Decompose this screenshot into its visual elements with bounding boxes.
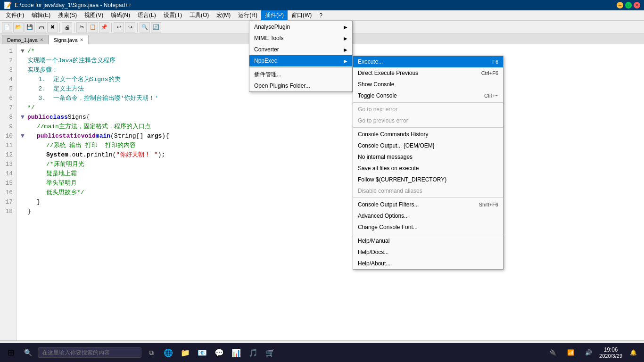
open-button[interactable]: 📂 (13, 22, 24, 33)
nppexec-help-about[interactable]: Help/About... (353, 258, 503, 269)
print-button[interactable]: 🖨 (62, 22, 72, 33)
fold-5 (21, 85, 27, 92)
plugin-menu-mgr[interactable]: 插件管理... (249, 69, 352, 80)
nppexec-no-internal-label: No internal messages (358, 154, 498, 160)
menu-settings[interactable]: 设置(T) (160, 10, 186, 20)
close-button[interactable]: ✕ (634, 2, 640, 8)
taskbar-app5-icon[interactable]: 🛒 (263, 346, 277, 360)
plugin-menu-converter[interactable]: Converter ▶ (249, 44, 352, 55)
nppexec-sep3 (353, 197, 503, 198)
nppexec-disable-alias: Disable command aliases (353, 185, 503, 197)
taskbar-app4-icon[interactable]: 🎵 (246, 346, 260, 360)
nppexec-show-console-label: Show Console (358, 81, 498, 88)
nppexec-output-filters[interactable]: Console Output Filters... Shift+F6 (353, 199, 503, 210)
start-button[interactable]: ⊞ (4, 346, 18, 360)
menu-file[interactable]: 文件(F) (2, 10, 28, 20)
clock[interactable]: 19:06 2020/3/29 (599, 346, 622, 359)
nppexec-show-console[interactable]: Show Console (353, 79, 503, 90)
notification-icon[interactable]: 🔔 (626, 346, 640, 360)
menu-run[interactable]: 运行(R) (234, 10, 261, 20)
nppexec-adv-options[interactable]: Advanced Options... (353, 210, 503, 222)
nppexec-toggle-console[interactable]: Toggle Console Ctrl+~ (353, 90, 503, 101)
nppexec-help-manual-label: Help/Manual (358, 238, 498, 244)
nppexec-menu[interactable]: Execute... F6 Direct Execute Previous Ct… (353, 56, 504, 270)
fold-11 (21, 142, 27, 149)
plugin-menu-open[interactable]: Open Plugins Folder... (249, 80, 352, 91)
menu-macro[interactable]: 宏(M) (213, 10, 234, 20)
tab-signs-close[interactable]: ✕ (80, 37, 83, 42)
plugin-menu-mime[interactable]: MIME Tools ▶ (249, 33, 352, 44)
tab-demo1-close[interactable]: ✕ (40, 37, 43, 42)
code-line-12: System.out.println("你好天朝！ "); (21, 150, 640, 159)
titlebar-left: 📝 E:\code for java\day_1\Signs.java - No… (4, 1, 132, 9)
nppexec-no-internal[interactable]: No internal messages (353, 151, 503, 163)
plugin-menu-nppexec-label: NppExec (254, 58, 344, 64)
taskbar-edge-icon[interactable]: 🌐 (161, 346, 175, 360)
line-num-15: 15 (4, 178, 13, 188)
menu-window[interactable]: 窗口(W) (288, 10, 315, 20)
plugin-menu-mime-arrow: ▶ (344, 36, 347, 41)
tab-demo1[interactable]: Demo_1.java ✕ (2, 35, 49, 44)
new-button[interactable]: 📄 (2, 22, 12, 33)
taskbar-app2-icon[interactable]: 💬 (212, 346, 226, 360)
nppexec-save-all[interactable]: Save all files on execute (353, 163, 503, 174)
save-all-button[interactable]: 🗃 (36, 22, 46, 33)
fold-2 (21, 57, 27, 64)
tab-signs[interactable]: Signs.java ✕ (49, 35, 89, 44)
menu-plugin[interactable]: 插件(P) (261, 10, 288, 20)
toolbar-sep-1 (59, 23, 60, 32)
taskbar-app3-icon[interactable]: 📊 (229, 346, 243, 360)
undo-button[interactable]: ↩ (114, 22, 124, 33)
nppexec-sep4 (353, 234, 503, 234)
nppexec-change-font[interactable]: Change Console Font... (353, 222, 503, 233)
volume-icon[interactable]: 🔊 (581, 346, 595, 360)
plugin-menu-analyse[interactable]: AnalysePlugin ▶ (249, 21, 352, 33)
code-line-6: 3. 一条命令，控制台输出喽'你好天朝！' (21, 93, 640, 103)
menu-search[interactable]: 搜索(S) (54, 10, 81, 20)
network-icon[interactable]: 📶 (563, 346, 578, 360)
taskbar-search[interactable] (38, 347, 141, 358)
taskbar-app1-icon[interactable]: 📧 (195, 346, 209, 360)
maximize-button[interactable]: □ (625, 2, 632, 8)
cut-button[interactable]: ✂ (76, 22, 87, 33)
minimize-button[interactable]: ─ (617, 2, 623, 8)
plugin-menu-nppexec[interactable]: NppExec ▶ (249, 55, 352, 66)
nppexec-direct-exec[interactable]: Direct Execute Previous Ctrl+F6 (353, 67, 503, 79)
search-icon[interactable]: 🔍 (21, 346, 35, 360)
save-button[interactable]: 💾 (25, 22, 35, 33)
code-line-11: //系统 输出 打印 打印的内容 (21, 140, 640, 150)
line-num-5: 5 (4, 84, 13, 93)
tab-demo1-label: Demo_1.java (7, 37, 38, 43)
nppexec-help-manual[interactable]: Help/Manual (353, 235, 503, 247)
menu-view[interactable]: 视图(V) (81, 10, 107, 20)
taskbar-explorer-icon[interactable]: 📁 (178, 346, 192, 360)
plugin-menu-analyse-label: AnalysePlugin (254, 24, 344, 30)
system-tray-icon[interactable]: 🔌 (545, 346, 560, 360)
fold-8[interactable]: ▼ (21, 114, 27, 121)
nppexec-help-docs-label: Help/Docs... (358, 249, 498, 255)
nppexec-follow-dir[interactable]: Follow $(CURRENT_DIRECTORY) (353, 174, 503, 185)
nppexec-console-output[interactable]: Console Output... {OEM/OEM} (353, 140, 503, 151)
nppexec-sep1 (353, 102, 503, 103)
nppexec-execute[interactable]: Execute... F6 (353, 56, 503, 67)
nppexec-help-docs[interactable]: Help/Docs... (353, 247, 503, 258)
plugin-menu[interactable]: AnalysePlugin ▶ MIME Tools ▶ Converter ▶… (249, 21, 353, 92)
menu-edit[interactable]: 编辑(E) (28, 10, 54, 20)
redo-button[interactable]: ↪ (125, 22, 135, 33)
task-view-button[interactable]: ⧉ (144, 346, 158, 360)
fold-1[interactable]: ▼ (21, 48, 27, 55)
code-line-7: */ (21, 103, 640, 112)
nppexec-cmd-history[interactable]: Console Commands History (353, 129, 503, 140)
replace-button[interactable]: 🔄 (151, 22, 161, 33)
copy-button[interactable]: 📋 (88, 22, 98, 33)
menu-tools[interactable]: 工具(O) (186, 10, 213, 20)
fold-10[interactable]: ▼ (21, 132, 27, 140)
menu-encode[interactable]: 编码(N) (107, 10, 134, 20)
find-button[interactable]: 🔍 (140, 22, 150, 33)
menu-lang[interactable]: 语言(L) (134, 10, 160, 20)
close-button[interactable]: ✖ (47, 22, 58, 33)
fold-3 (21, 66, 27, 74)
paste-button[interactable]: 📌 (99, 22, 109, 33)
code-line-15: 举头望明月 (21, 178, 640, 188)
menu-help[interactable]: ? (315, 11, 326, 20)
